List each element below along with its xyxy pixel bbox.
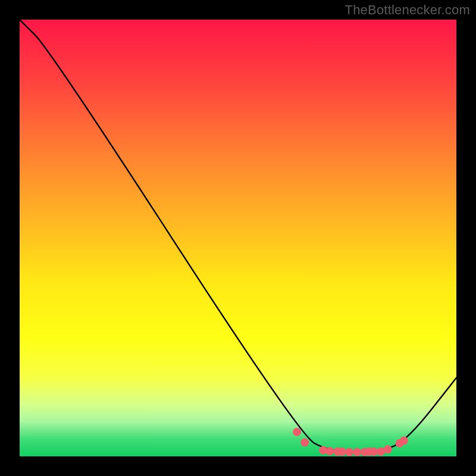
attribution-text: TheBottlenecker.com: [345, 2, 470, 18]
marker-dot: [338, 447, 346, 456]
marker-dot: [353, 448, 361, 456]
marker-dot: [384, 445, 392, 453]
chart-svg: [20, 20, 456, 456]
plot-area: [20, 20, 456, 456]
marker-dot: [345, 448, 353, 456]
marker-dot: [325, 447, 334, 455]
chart-stage: TheBottlenecker.com: [0, 0, 476, 476]
marker-dot: [300, 439, 309, 447]
marker-dot: [400, 437, 408, 445]
marker-dot: [293, 428, 301, 436]
gradient-background: [20, 20, 456, 456]
